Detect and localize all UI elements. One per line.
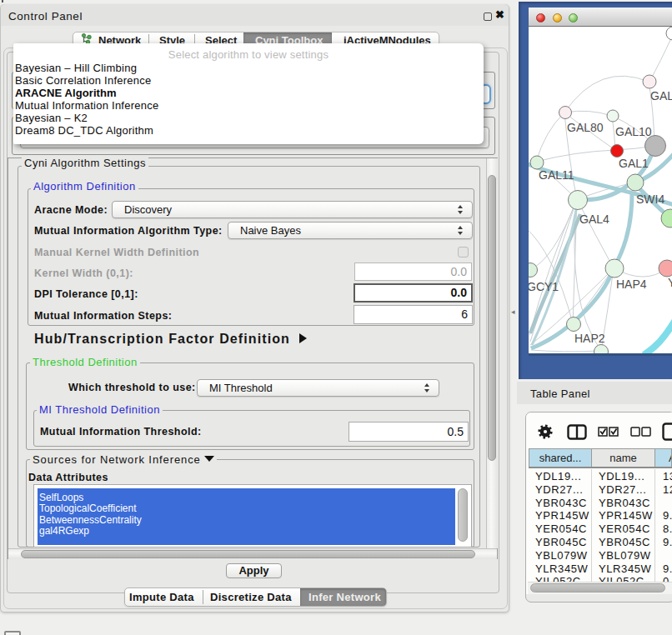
svg-text:GAL1: GAL1: [619, 157, 649, 170]
svg-text:GAL11: GAL11: [539, 168, 574, 182]
svg-text:GAL7: GAL7: [650, 89, 672, 102]
svg-text:GCY1: GCY1: [529, 280, 559, 293]
svg-text:SWI4: SWI4: [636, 192, 664, 206]
svg-text:Y: Y: [668, 276, 672, 289]
svg-text:GAL4: GAL4: [579, 212, 609, 226]
svg-text:GAL10: GAL10: [615, 125, 652, 138]
svg-text:HAP4: HAP4: [616, 278, 647, 291]
svg-text:HAP2: HAP2: [574, 332, 605, 345]
svg-text:GAL80: GAL80: [567, 121, 604, 134]
